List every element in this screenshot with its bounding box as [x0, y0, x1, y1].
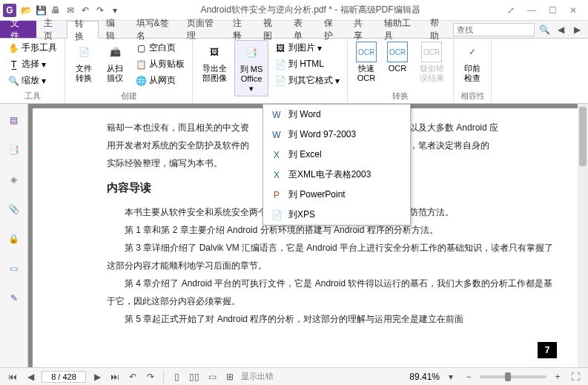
group-label [197, 100, 343, 102]
redo-icon[interactable]: ↷ [93, 4, 107, 17]
select-icon: T̲ [7, 59, 19, 70]
open-icon[interactable]: 📂 [19, 4, 33, 17]
first-page-icon[interactable]: ⏮ [6, 370, 19, 384]
print-icon[interactable]: 🖶 [49, 4, 62, 17]
to-html-button[interactable]: 📄到 HTML [271, 56, 343, 72]
select-tool-button[interactable]: T̲选择 ▾ [4, 56, 60, 72]
app-logo: G [3, 4, 16, 17]
fields-panel-icon[interactable]: ▭ [5, 260, 23, 277]
to-excel-item[interactable]: X到 Excel [263, 145, 410, 165]
tab-share[interactable]: 共享 [346, 21, 377, 38]
attachments-panel-icon[interactable]: 📎 [5, 200, 23, 218]
chevron-down-icon[interactable]: ▾ [108, 4, 122, 17]
preflight-icon: ✓ [462, 42, 483, 62]
tab-page-manage[interactable]: 页面管理 [179, 21, 225, 38]
clipboard-icon: 📋 [135, 59, 147, 70]
text-line: 第 4 章介绍了 Android 平台的可执行文件，它是 Android 软件得… [107, 274, 558, 310]
from-scanner-button[interactable]: 📠从扫描仪 [101, 40, 129, 85]
export-images-button[interactable]: 🖼导出全部图像 [197, 40, 231, 85]
to-image-button[interactable]: 🖼到图片 ▾ [271, 40, 343, 56]
zoom-in-icon[interactable]: + [551, 370, 564, 384]
close-icon[interactable]: ✕ [566, 4, 581, 16]
tab-fill-sign[interactable]: 填写&签名 [129, 21, 180, 38]
chevron-down-icon[interactable]: ▾ [444, 370, 457, 384]
ribbon-group-ocr: OCR快速OCR OCROCR OCR疑似错误结果 转换 [348, 39, 454, 103]
pages-panel-icon[interactable]: ▤ [5, 111, 23, 129]
undo-icon[interactable]: ↶ [79, 4, 92, 17]
bookmarks-panel-icon[interactable]: 📑 [5, 141, 23, 159]
to-other-button[interactable]: 📄到其它格式 ▾ [271, 73, 343, 88]
hand-tool-button[interactable]: ✋手形工具 [4, 40, 60, 56]
last-page-icon[interactable]: ⏭ [108, 370, 122, 384]
zoom-thumb[interactable] [505, 372, 511, 381]
vertical-scrollbar[interactable] [578, 104, 588, 367]
separator [163, 371, 164, 383]
ribbon-toggle-icon[interactable]: ⤢ [503, 4, 518, 16]
next-result-icon[interactable]: ▶ [570, 23, 584, 36]
quick-ocr-button[interactable]: OCR快速OCR [352, 40, 380, 85]
from-web-button[interactable]: 🌐从网页 [132, 73, 188, 88]
html-icon: 📄 [274, 59, 286, 70]
prev-result-icon[interactable]: ◀ [554, 23, 567, 36]
file-tab[interactable]: 文件 [0, 21, 36, 38]
blank-page-button[interactable]: ▢空白页 [132, 40, 188, 56]
window-controls: ⤢ — ☐ ✕ [499, 4, 585, 16]
to-word97-item[interactable]: W到 Word 97-2003 [263, 125, 410, 145]
minimize-icon[interactable]: — [524, 4, 539, 16]
email-icon[interactable]: ✉ [64, 4, 77, 17]
next-page-icon[interactable]: ▶ [90, 370, 104, 384]
zoom-value: 89.41% [409, 372, 440, 382]
excel-icon: X [271, 149, 283, 161]
ms-office-dropdown: W到 Word W到 Word 97-2003 X到 Excel X至XML电子… [262, 104, 411, 226]
suspect-results-button[interactable]: OCR疑似错误结果 [414, 40, 449, 85]
tab-edit[interactable]: 编辑 [99, 21, 129, 38]
facing-icon[interactable]: ▭ [205, 370, 219, 384]
zoom-slider[interactable] [480, 375, 546, 378]
tab-convert[interactable]: 转换 [67, 21, 99, 39]
tab-protect[interactable]: 保护 [317, 21, 347, 38]
suspect-icon: OCR [421, 42, 442, 62]
other-icon: 📄 [274, 75, 286, 87]
zoom-icon: 🔍 [7, 75, 19, 87]
forward-view-icon[interactable]: ↷ [144, 370, 157, 384]
search-input[interactable] [453, 23, 535, 36]
single-page-icon[interactable]: ▯ [170, 370, 183, 384]
ocr-button[interactable]: OCROCR [383, 40, 412, 75]
to-xml-item[interactable]: X至XML电子表格2003 [263, 165, 410, 185]
ribbon-group-export: 🖼导出全部图像 📑到 MS Office ▾ 🖼到图片 ▾ 📄到 HTML 📄到… [193, 39, 348, 103]
preflight-button[interactable]: ✓印前检查 [458, 40, 486, 85]
tab-home[interactable]: 主页 [36, 21, 67, 38]
web-icon: 🌐 [135, 75, 147, 87]
fullscreen-icon[interactable]: ⛶ [569, 370, 582, 384]
security-panel-icon[interactable]: 🔒 [5, 230, 23, 248]
facing-continuous-icon[interactable]: ⊞ [223, 370, 237, 384]
tab-view[interactable]: 视图 [256, 21, 286, 38]
zoom-out-icon[interactable]: − [462, 370, 475, 384]
text-line: 第 3 章详细介绍了 Dalvik VM 汇编语言，它是 Android 平台上… [107, 239, 558, 274]
to-ppt-item[interactable]: P到 PowerPoint [263, 185, 410, 205]
ribbon-group-create: 📄文件转换 📠从扫描仪 ▢空白页 📋从剪贴板 🌐从网页 创建 [65, 39, 193, 103]
tab-form[interactable]: 表单 [286, 21, 317, 38]
tab-help[interactable]: 帮助 [423, 21, 453, 38]
from-clipboard-button[interactable]: 📋从剪贴板 [132, 56, 188, 72]
hand-icon: ✋ [7, 42, 19, 54]
ocr-icon: OCR [387, 42, 408, 62]
layers-panel-icon[interactable]: ◈ [5, 171, 23, 188]
maximize-icon[interactable]: ☐ [545, 4, 560, 16]
file-convert-button[interactable]: 📄文件转换 [70, 40, 98, 85]
signatures-panel-icon[interactable]: ✎ [5, 289, 23, 307]
tab-comment[interactable]: 注释 [225, 21, 256, 38]
continuous-icon[interactable]: ▯▯ [188, 370, 201, 384]
to-word-item[interactable]: W到 Word [263, 105, 410, 125]
zoom-tool-button[interactable]: 🔍缩放 ▾ [4, 73, 60, 88]
image-icon: 🖼 [274, 42, 286, 54]
to-xps-item[interactable]: 📄到XPS [263, 205, 410, 225]
save-icon[interactable]: 💾 [34, 4, 47, 17]
to-ms-office-button[interactable]: 📑到 MS Office ▾ [234, 40, 268, 96]
page-input[interactable] [42, 371, 86, 383]
search-icon[interactable]: 🔍 [538, 23, 551, 36]
tab-accessibility[interactable]: 辅助工具 [377, 21, 423, 38]
prev-page-icon[interactable]: ◀ [24, 370, 37, 384]
scrollbar-thumb[interactable] [579, 107, 587, 166]
back-view-icon[interactable]: ↶ [126, 370, 139, 384]
